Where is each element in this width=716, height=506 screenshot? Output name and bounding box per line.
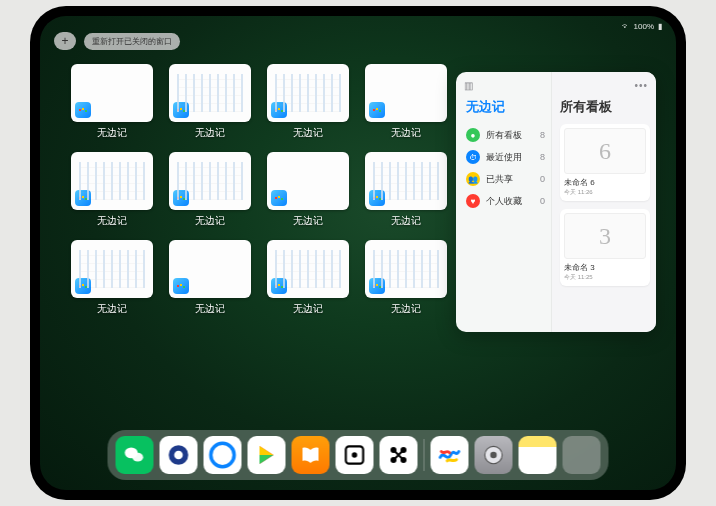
svg-point-1 xyxy=(132,453,143,462)
window-thumbnail[interactable]: 无边记 xyxy=(168,240,252,324)
window-thumbnail[interactable]: 无边记 xyxy=(364,152,448,236)
window-thumbnail[interactable]: 无边记 xyxy=(266,240,350,324)
nav-count: 0 xyxy=(540,174,545,184)
nav-icon: ● xyxy=(466,128,480,142)
panel-right-title: 所有看板 xyxy=(560,98,650,116)
freeform-icon xyxy=(369,190,385,206)
wifi-icon: ᯤ xyxy=(622,22,630,31)
freeform-icon xyxy=(271,102,287,118)
thumbnail-preview xyxy=(267,240,349,298)
window-thumbnail[interactable]: 无边记 xyxy=(266,64,350,148)
thumbnail-preview xyxy=(71,240,153,298)
new-window-button[interactable]: + xyxy=(54,32,76,50)
freeform-panel[interactable]: ▥ ••• 无边记 ●所有看板8⏱最近使用8👥已共享0♥个人收藏0 所有看板 6… xyxy=(456,72,656,332)
thumbnail-label: 无边记 xyxy=(195,302,225,316)
dock-app-lifx[interactable] xyxy=(380,436,418,474)
board-preview: 3 xyxy=(564,213,646,259)
thumbnail-preview xyxy=(267,152,349,210)
freeform-icon xyxy=(75,102,91,118)
thumbnail-preview xyxy=(365,152,447,210)
dock-app-applib[interactable] xyxy=(563,436,601,474)
dock xyxy=(108,430,609,480)
board-preview: 6 xyxy=(564,128,646,174)
sidebar-item[interactable]: ♥个人收藏0 xyxy=(466,190,545,212)
freeform-icon xyxy=(271,278,287,294)
dock-app-qqbrowser[interactable] xyxy=(204,436,242,474)
svg-point-4 xyxy=(211,443,234,466)
thumbnail-preview xyxy=(365,240,447,298)
board-card[interactable]: 3未命名 3今天 11:25 xyxy=(560,209,650,286)
dock-separator xyxy=(424,439,425,471)
thumbnail-preview xyxy=(71,152,153,210)
more-icon[interactable]: ••• xyxy=(634,80,648,91)
dock-app-books[interactable] xyxy=(292,436,330,474)
window-thumbnail[interactable]: 无边记 xyxy=(168,152,252,236)
freeform-icon xyxy=(75,278,91,294)
thumbnail-label: 无边记 xyxy=(293,302,323,316)
status-bar: ᯤ 100% ▮ xyxy=(622,22,662,31)
nav-count: 8 xyxy=(540,130,545,140)
thumbnail-label: 无边记 xyxy=(293,126,323,140)
nav-count: 8 xyxy=(540,152,545,162)
nav-icon: ♥ xyxy=(466,194,480,208)
nav-label: 所有看板 xyxy=(486,129,522,142)
window-thumbnail[interactable]: 无边记 xyxy=(70,152,154,236)
reopen-closed-window-button[interactable]: 重新打开已关闭的窗口 xyxy=(84,33,180,50)
dock-app-notes[interactable] xyxy=(519,436,557,474)
thumbnail-label: 无边记 xyxy=(97,126,127,140)
thumbnail-label: 无边记 xyxy=(391,214,421,228)
thumbnail-label: 无边记 xyxy=(97,302,127,316)
nav-label: 最近使用 xyxy=(486,151,522,164)
sidebar-toggle-icon[interactable]: ▥ xyxy=(464,80,473,91)
thumbnail-preview xyxy=(71,64,153,122)
dock-app-qqhd[interactable] xyxy=(160,436,198,474)
panel-left-title: 无边记 xyxy=(466,98,545,116)
board-name: 未命名 6 xyxy=(564,177,646,188)
window-thumbnail[interactable]: 无边记 xyxy=(266,152,350,236)
thumbnail-label: 无边记 xyxy=(391,302,421,316)
sidebar-item[interactable]: 👥已共享0 xyxy=(466,168,545,190)
thumbnail-label: 无边记 xyxy=(195,214,225,228)
svg-point-3 xyxy=(174,451,183,460)
freeform-icon xyxy=(271,190,287,206)
sidebar-item[interactable]: ⏱最近使用8 xyxy=(466,146,545,168)
board-timestamp: 今天 11:26 xyxy=(564,188,646,197)
thumbnail-label: 无边记 xyxy=(293,214,323,228)
screen: ᯤ 100% ▮ + 重新打开已关闭的窗口 无边记无边记无边记无边记无边记无边记… xyxy=(40,16,676,490)
thumbnail-label: 无边记 xyxy=(195,126,225,140)
app-switcher-grid: 无边记无边记无边记无边记无边记无边记无边记无边记无边记无边记无边记无边记 xyxy=(70,64,450,324)
thumbnail-label: 无边记 xyxy=(391,126,421,140)
nav-icon: ⏱ xyxy=(466,150,480,164)
battery-icon: ▮ xyxy=(658,22,662,31)
svg-point-6 xyxy=(352,452,357,457)
thumbnail-preview xyxy=(169,152,251,210)
board-timestamp: 今天 11:25 xyxy=(564,273,646,282)
window-thumbnail[interactable]: 无边记 xyxy=(70,64,154,148)
nav-count: 0 xyxy=(540,196,545,206)
nav-label: 个人收藏 xyxy=(486,195,522,208)
board-name: 未命名 3 xyxy=(564,262,646,273)
nav-icon: 👥 xyxy=(466,172,480,186)
dock-app-settings[interactable] xyxy=(475,436,513,474)
dock-app-freeform[interactable] xyxy=(431,436,469,474)
sidebar-item[interactable]: ●所有看板8 xyxy=(466,124,545,146)
thumbnail-preview xyxy=(169,240,251,298)
thumbnail-label: 无边记 xyxy=(97,214,127,228)
battery-label: 100% xyxy=(634,22,654,31)
board-card[interactable]: 6未命名 6今天 11:26 xyxy=(560,124,650,201)
ipad-frame: ᯤ 100% ▮ + 重新打开已关闭的窗口 无边记无边记无边记无边记无边记无边记… xyxy=(30,6,686,500)
freeform-icon xyxy=(369,102,385,118)
dock-app-dice[interactable] xyxy=(336,436,374,474)
window-thumbnail[interactable]: 无边记 xyxy=(364,64,448,148)
freeform-icon xyxy=(75,190,91,206)
window-thumbnail[interactable]: 无边记 xyxy=(364,240,448,324)
window-thumbnail[interactable]: 无边记 xyxy=(70,240,154,324)
freeform-icon xyxy=(173,190,189,206)
dock-app-wechat[interactable] xyxy=(116,436,154,474)
thumbnail-preview xyxy=(169,64,251,122)
svg-point-12 xyxy=(490,452,497,459)
freeform-icon xyxy=(369,278,385,294)
dock-app-play[interactable] xyxy=(248,436,286,474)
nav-label: 已共享 xyxy=(486,173,513,186)
window-thumbnail[interactable]: 无边记 xyxy=(168,64,252,148)
